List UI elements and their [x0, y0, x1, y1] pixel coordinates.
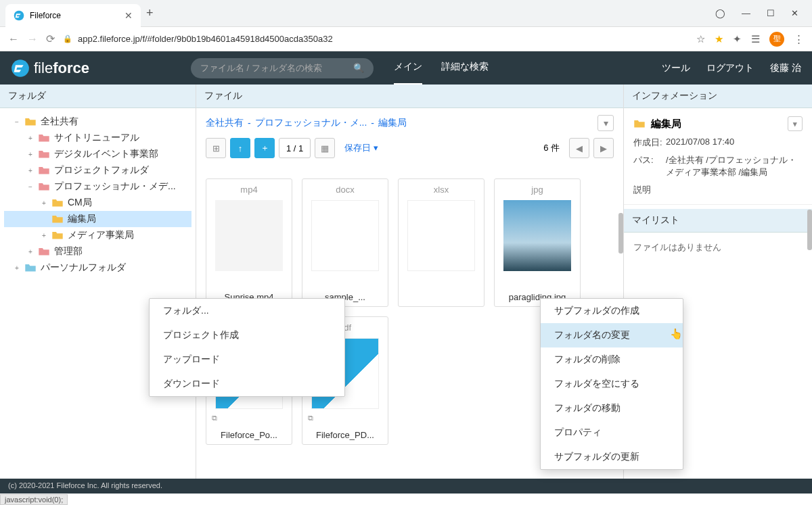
file-panel-header: ファイル — [196, 85, 623, 108]
minimize-icon[interactable]: — — [742, 8, 750, 18]
close-window-icon[interactable]: ✕ — [791, 8, 798, 18]
tree-label: プロジェクトフォルダ — [54, 164, 149, 176]
tree-toggle-icon[interactable]: − — [27, 183, 34, 191]
search-icon: 🔍 — [353, 63, 364, 73]
crumb-mid[interactable]: プロフェッショナル・メ... — [255, 117, 367, 129]
info-panel-header: インフォメーション — [624, 85, 812, 108]
tree-item[interactable]: + メディア事業局 — [4, 227, 191, 243]
new-tab-button[interactable]: + — [146, 6, 154, 20]
scrollbar-handle[interactable] — [807, 210, 812, 250]
upload-button[interactable]: ↑ — [230, 138, 250, 158]
folder-icon — [38, 133, 50, 143]
tab-main[interactable]: メイン — [394, 51, 422, 85]
fileforce-icon — [11, 59, 30, 78]
tree-item[interactable]: 編集局 — [4, 211, 191, 227]
tree-item[interactable]: + サイトリニューアル — [4, 130, 191, 146]
info-desc-label: 説明 — [633, 184, 666, 196]
svg-point-1 — [12, 59, 29, 77]
tree-toggle-icon[interactable]: + — [27, 167, 34, 174]
context-menu-item[interactable]: フォルダを空にする — [541, 372, 683, 396]
crumb-root[interactable]: 全社共有 — [206, 117, 244, 129]
crumb-menu-button[interactable]: ▾ — [597, 115, 614, 131]
tree-item[interactable]: − プロフェッショナル・メデ... — [4, 178, 191, 195]
reading-list-icon[interactable]: ☰ — [751, 33, 760, 45]
file-card[interactable]: jpg paragliding.jpg — [494, 178, 581, 307]
file-ext: mp4 — [240, 185, 257, 195]
folder-icon — [38, 247, 50, 256]
context-menu-item[interactable]: サブフォルダの更新 — [541, 445, 683, 469]
forward-button[interactable]: → — [27, 33, 38, 45]
file-card[interactable]: xlsx — [398, 178, 484, 307]
tab-advanced-search[interactable]: 詳細な検索 — [441, 51, 489, 85]
context-menu-item[interactable]: サブフォルダの作成 — [541, 299, 683, 323]
tree-toggle-icon[interactable]: + — [27, 248, 34, 256]
nav-tools[interactable]: ツール — [662, 62, 690, 74]
mylist-panel-header: マイリスト — [624, 209, 812, 233]
folder-icon — [38, 166, 50, 175]
nav-logout[interactable]: ログアウト — [706, 62, 754, 74]
file-thumbnail — [215, 200, 283, 271]
info-title: 編集局 ▾ — [633, 116, 803, 131]
bookmark-star-icon[interactable]: ★ — [715, 33, 723, 45]
window-controls: ◯ — ☐ ✕ — [715, 8, 812, 18]
close-icon[interactable]: ✕ — [125, 10, 133, 21]
tree-label: 管理部 — [54, 245, 83, 258]
nav-user[interactable]: 後藤 治 — [770, 62, 801, 74]
address-bar[interactable]: 🔒 app2.fileforce.jp/f/#folder/9b0b19b460… — [63, 34, 688, 44]
context-menu-main: フォルダ...プロジェクト作成アップロードダウンロード — [149, 298, 345, 397]
tree-toggle-icon[interactable]: + — [27, 135, 34, 142]
file-card[interactable]: docx sample_... — [302, 178, 388, 307]
tree-label: 全社共有 — [41, 116, 78, 128]
context-menu-item[interactable]: フォルダ... — [150, 299, 344, 323]
prev-page-button[interactable]: ◀ — [569, 138, 589, 158]
tree-toggle-icon[interactable]: + — [41, 232, 47, 239]
circle-icon[interactable]: ◯ — [715, 8, 725, 18]
tree-toggle-icon[interactable]: + — [14, 264, 20, 272]
tree-toggle-icon[interactable]: + — [27, 151, 34, 158]
tree-item[interactable]: + パーソナルフォルダ — [4, 260, 191, 276]
scrollbar-handle[interactable] — [618, 213, 623, 254]
context-menu-item[interactable]: フォルダの削除 — [541, 347, 683, 372]
maximize-icon[interactable]: ☐ — [767, 8, 775, 18]
browser-tab[interactable]: Fileforce ✕ — [5, 4, 141, 27]
folder-icon — [633, 119, 646, 128]
menu-icon[interactable]: ⋮ — [794, 33, 804, 45]
folder-tree: − 全社共有+ サイトリニューアル+ デジタルイベント事業部+ プロジェクトフォ… — [0, 108, 196, 281]
tree-item[interactable]: + CM局 — [4, 195, 191, 211]
extension-icon[interactable]: ✦ — [733, 33, 742, 45]
next-page-button[interactable]: ▶ — [593, 138, 614, 158]
context-menu-item[interactable]: フォルダの移動 — [541, 396, 683, 420]
file-name — [399, 298, 484, 306]
search-input[interactable]: ファイル名 / フォルダ名の検索 🔍 — [191, 58, 374, 78]
copy-icon: ⧉ — [212, 414, 217, 423]
context-menu-item[interactable]: ダウンロード — [150, 372, 344, 396]
tree-item[interactable]: + 管理部 — [4, 243, 191, 260]
footer: (c) 2020-2021 Fileforce Inc. All rights … — [0, 479, 812, 494]
add-button[interactable]: ＋ — [254, 138, 275, 158]
tree-item[interactable]: + プロジェクトフォルダ — [4, 162, 191, 178]
file-card[interactable]: mp4 Sunrise.mp4 — [206, 178, 292, 307]
file-thumbnail — [311, 200, 379, 271]
grid-view-button[interactable]: ▦ — [315, 138, 335, 158]
tree-toggle-icon[interactable]: + — [41, 199, 47, 207]
search-placeholder: ファイル名 / フォルダ名の検索 — [200, 62, 322, 74]
tree-item[interactable]: + デジタルイベント事業部 — [4, 146, 191, 162]
context-menu-item[interactable]: プロジェクト作成 — [150, 323, 344, 347]
context-menu-item[interactable]: フォルダ名の変更 — [541, 323, 683, 347]
browser-toolbar: ← → ⟳ 🔒 app2.fileforce.jp/f/#folder/9b0b… — [0, 27, 812, 51]
app-logo[interactable]: fileforce — [11, 59, 89, 78]
back-button[interactable]: ← — [8, 33, 19, 45]
tree-item[interactable]: − 全社共有 — [4, 114, 191, 130]
reload-button[interactable]: ⟳ — [46, 32, 55, 45]
tree-label: パーソナルフォルダ — [41, 262, 126, 274]
context-menu-item[interactable]: アップロード — [150, 347, 344, 372]
tree-expand-button[interactable]: ⊞ — [206, 138, 226, 158]
info-menu-button[interactable]: ▾ — [788, 116, 803, 131]
context-menu-item[interactable]: プロパティ — [541, 420, 683, 445]
star-icon[interactable]: ☆ — [696, 33, 705, 45]
file-name: Fileforce_Po... — [206, 426, 292, 444]
page-indicator[interactable]: 1 / 1 — [279, 138, 311, 158]
profile-avatar[interactable]: 聖 — [769, 32, 784, 47]
sort-dropdown[interactable]: 保存日 ▾ — [344, 142, 378, 154]
tree-toggle-icon[interactable]: − — [14, 118, 20, 126]
